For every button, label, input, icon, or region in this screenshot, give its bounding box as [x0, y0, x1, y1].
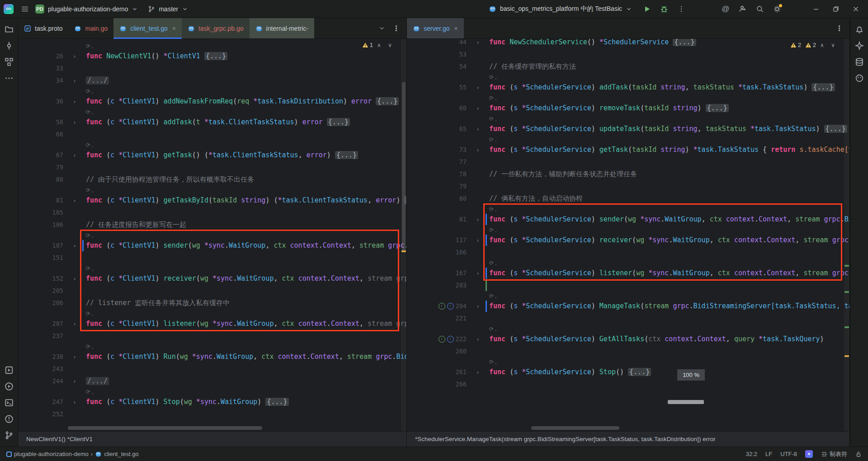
main-menu-icon[interactable]	[18, 2, 32, 16]
fold-toggle-icon[interactable]: ›	[67, 194, 82, 207]
fold-toggle-icon[interactable]: ›	[67, 375, 82, 387]
code-vision-icon[interactable]: ⟳	[489, 116, 494, 122]
notifications-icon[interactable]	[853, 23, 866, 36]
inlay-settings-icon[interactable]: ⟳⌄	[82, 141, 406, 149]
fold-toggle-icon[interactable]: ›	[470, 333, 486, 345]
fold-toggle-icon[interactable]: ›	[67, 116, 82, 128]
scrollbar-thumb[interactable]	[402, 82, 406, 251]
vcs-branch-widget[interactable]: master	[148, 5, 188, 13]
run-tool-icon[interactable]	[2, 380, 16, 393]
inlay-settings-icon[interactable]: ⟳⌄	[486, 325, 849, 333]
database-tool-icon[interactable]	[853, 55, 866, 69]
line-separator[interactable]: LF	[765, 451, 772, 457]
debug-button[interactable]	[657, 2, 671, 16]
code-vision-icon[interactable]: ⟳	[86, 43, 90, 49]
statusbar-breadcrumb[interactable]: plugable-authorization-demo › client_tes…	[6, 451, 139, 457]
tab-server-go[interactable]: server.go×	[407, 18, 464, 38]
code-with-me-icon[interactable]	[736, 2, 750, 16]
fold-toggle-icon[interactable]: ›	[470, 81, 486, 94]
tab-task-grpc-pb-go[interactable]: task_grpc.pb.go	[182, 18, 250, 38]
inspections-widget[interactable]: 1∧ ∨	[362, 42, 395, 48]
inspections-widget[interactable]: 22∧ ∨	[790, 42, 838, 48]
inlay-settings-icon[interactable]: ⟳⌄	[82, 264, 406, 273]
inlay-settings-icon[interactable]: ⟳⌄	[486, 114, 849, 123]
tab-internal-metric-[interactable]: internal-metric-	[250, 18, 314, 38]
tab-main-go[interactable]: main.go	[68, 18, 113, 38]
overrides-marker-icon[interactable]: ↑	[447, 303, 454, 310]
inlay-settings-icon[interactable]: ⟳⌄	[486, 135, 849, 144]
fold-toggle-icon[interactable]: ›	[67, 149, 82, 161]
code-vision-icon[interactable]: ⟳	[489, 326, 494, 332]
code-vision-icon[interactable]: ⟳	[489, 95, 494, 101]
horizontal-scrollbar[interactable]	[68, 426, 262, 430]
inlay-settings-icon[interactable]: ⟳⌄	[486, 358, 849, 366]
fold-toggle-icon[interactable]: ›	[470, 123, 486, 135]
fold-toggle-icon[interactable]: ›	[67, 50, 82, 62]
services-tool-icon[interactable]	[2, 363, 16, 377]
vertical-scrollbar[interactable]	[844, 39, 849, 431]
gopher-plugin-icon[interactable]	[853, 71, 866, 85]
inlay-settings-icon[interactable]: ⟳⌄	[82, 309, 406, 318]
code-vision-icon[interactable]: ⟳	[489, 136, 494, 143]
more-tools-icon[interactable]	[2, 71, 16, 85]
overrides-marker-icon[interactable]: ↑	[447, 336, 454, 343]
inlay-settings-icon[interactable]: ⟳⌄	[486, 259, 849, 267]
code-vision-icon[interactable]: ⟳	[86, 232, 90, 239]
inlay-settings-icon[interactable]: ⟳⌄	[82, 387, 406, 396]
code-vision-icon[interactable]: ⟳	[86, 88, 90, 94]
ai-statusbar-icon[interactable]: ✦	[805, 450, 813, 458]
code-vision-icon[interactable]: ⟳	[489, 260, 494, 266]
fold-toggle-icon[interactable]: ›	[67, 351, 82, 363]
fold-toggle-icon[interactable]: ›	[67, 95, 82, 108]
inlay-settings-icon[interactable]: ⟳⌄	[82, 42, 406, 50]
fold-toggle-icon[interactable]: ›	[67, 396, 82, 408]
project-tool-icon[interactable]	[2, 23, 16, 36]
fold-toggle-icon[interactable]: ›	[470, 213, 486, 226]
inlay-settings-icon[interactable]: ⟳⌄	[486, 226, 849, 234]
code-vision-icon[interactable]: ⟳	[489, 359, 494, 365]
inlay-settings-icon[interactable]: ⟳⌄	[486, 73, 849, 81]
code-vision-icon[interactable]: ⟳	[489, 293, 494, 299]
structure-tool-icon[interactable]	[2, 55, 16, 69]
fold-toggle-icon[interactable]: ›	[67, 318, 82, 330]
code-vision-icon[interactable]: ⟳	[86, 142, 90, 148]
close-icon[interactable]: ×	[172, 25, 176, 32]
fold-toggle-icon[interactable]: ›	[67, 240, 82, 252]
indent-style[interactable]: 制表符	[821, 450, 847, 458]
commit-tool-icon[interactable]	[2, 39, 16, 52]
code-vision-icon[interactable]: ⟳	[489, 74, 494, 80]
implemented-marker-icon[interactable]: ↑	[439, 303, 445, 310]
fold-toggle-icon[interactable]: ›	[470, 234, 486, 246]
code-editor[interactable]: 44›func NewSchedulerService() *Scheduler…	[407, 39, 849, 431]
close-icon[interactable]: ×	[454, 25, 458, 32]
terminal-tool-icon[interactable]	[2, 396, 16, 409]
caret-position[interactable]: 32:2	[746, 451, 757, 457]
version-control-tool-icon[interactable]	[2, 428, 16, 442]
fold-toggle-icon[interactable]: ›	[470, 366, 486, 378]
code-vision-icon[interactable]: ⟳	[86, 310, 90, 317]
run-configuration[interactable]: basic_ops_metrics_platform 中的 TestBasic	[489, 5, 632, 13]
code-vision-icon[interactable]: ⟳	[86, 187, 90, 193]
inlay-settings-icon[interactable]: ⟳⌄	[486, 292, 849, 300]
chevron-down-icon[interactable]	[375, 22, 388, 35]
ai-assistant-icon[interactable]: @	[719, 2, 732, 16]
inlay-settings-icon[interactable]: ⟳⌄	[82, 186, 406, 194]
inlay-settings-icon[interactable]: ⟳⌄	[82, 108, 406, 116]
inlay-settings-icon[interactable]: ⟳⌄	[486, 94, 849, 102]
implemented-marker-icon[interactable]: ↑	[439, 336, 445, 343]
minimize-button[interactable]	[808, 2, 824, 16]
more-run-actions-icon[interactable]	[675, 2, 688, 16]
fold-toggle-icon[interactable]: ›	[67, 75, 82, 87]
close-button[interactable]	[848, 2, 863, 16]
fold-toggle-icon[interactable]: ›	[67, 273, 82, 285]
problems-tool-icon[interactable]	[2, 412, 16, 426]
fold-toggle-icon[interactable]: ›	[470, 39, 486, 48]
file-encoding[interactable]: UTF-8	[780, 451, 797, 457]
prev-next-warning-icons[interactable]: ∧ ∨	[377, 42, 395, 48]
prev-next-warning-icons[interactable]: ∧ ∨	[820, 42, 838, 48]
inlay-settings-icon[interactable]: ⟳⌄	[486, 205, 849, 213]
code-vision-icon[interactable]: ⟳	[86, 389, 90, 395]
settings-icon[interactable]	[770, 2, 784, 16]
project-widget[interactable]: PD plugable-authorization-demo	[35, 5, 138, 14]
fold-toggle-icon[interactable]: ›	[470, 300, 486, 312]
